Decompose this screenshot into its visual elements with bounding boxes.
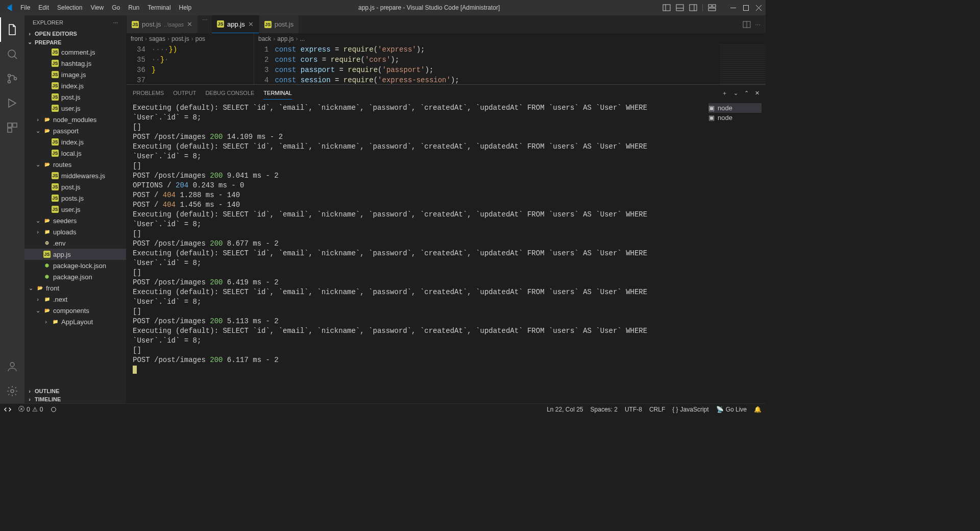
remote-icon[interactable] <box>4 406 11 413</box>
accounts-icon[interactable] <box>0 354 24 379</box>
more-icon[interactable]: ··· <box>113 19 118 26</box>
status-lang[interactable]: { } JavaScript <box>672 406 708 413</box>
extensions-icon[interactable] <box>0 115 24 140</box>
tree-item[interactable]: JShashtag.js <box>24 58 126 69</box>
tab[interactable]: JSpost.js..\sagas✕ <box>127 15 198 33</box>
menu-view[interactable]: View <box>86 2 108 13</box>
layout-panel-icon[interactable] <box>676 4 684 12</box>
menu-run[interactable]: Run <box>124 2 143 13</box>
js-file-icon: JS <box>52 138 59 146</box>
tree-item[interactable]: ⚙.env <box>24 237 126 249</box>
tree-item[interactable]: JSpost.js <box>24 91 126 103</box>
sidebar-header: EXPLORER ··· <box>24 15 126 30</box>
breadcrumb-left[interactable]: front › sagas › post.js › pos <box>127 33 254 44</box>
close-panel-icon[interactable]: ✕ <box>755 90 760 96</box>
tree-item[interactable]: JScomment.js <box>24 46 126 58</box>
tree-item[interactable]: ›📁.next <box>24 294 126 305</box>
breadcrumb-right[interactable]: back › app.js › ... <box>254 33 766 44</box>
search-icon[interactable] <box>0 42 24 66</box>
tree-item-label: post.js <box>61 183 81 191</box>
menu-edit[interactable]: Edit <box>34 2 53 13</box>
more-icon[interactable]: ··· <box>755 20 761 28</box>
minimap[interactable] <box>720 44 766 84</box>
status-ports-icon[interactable] <box>50 406 57 413</box>
status-golive[interactable]: 📡 Go Live <box>716 406 747 413</box>
tree-item[interactable]: ⌄📂seeders <box>24 215 126 226</box>
tab[interactable]: JSapp.js✕ <box>212 15 259 33</box>
close-icon[interactable]: ✕ <box>187 20 192 28</box>
tree-item[interactable]: JSimage.js <box>24 69 126 80</box>
status-spaces[interactable]: Spaces: 2 <box>591 406 618 413</box>
svg-point-21 <box>10 363 14 367</box>
tree-item[interactable]: JSindex.js <box>24 80 126 91</box>
breadcrumb-item[interactable]: app.js <box>277 35 293 42</box>
explorer-icon[interactable] <box>0 17 24 42</box>
status-errors[interactable]: ⓧ 0 ⚠ 0 <box>18 405 43 414</box>
maximize-panel-icon[interactable]: ⌃ <box>744 90 749 96</box>
breadcrumb-item[interactable]: front <box>131 35 143 42</box>
panel-tab-output[interactable]: OUTPUT <box>173 87 196 99</box>
split-editor-icon[interactable] <box>743 20 751 29</box>
tree-item[interactable]: JSindex.js <box>24 136 126 148</box>
js-file-icon: JS <box>264 21 272 28</box>
tree-item[interactable]: JSuser.js <box>24 103 126 114</box>
panel-tab-problems[interactable]: PROBLEMS <box>133 87 164 99</box>
menu-terminal[interactable]: Terminal <box>143 2 175 13</box>
tree-item[interactable]: JSposts.js <box>24 192 126 204</box>
status-bell-icon[interactable]: 🔔 <box>754 406 762 413</box>
breadcrumb-item[interactable]: post.js <box>172 35 189 42</box>
tree-item[interactable]: ⬢package.json <box>24 271 126 282</box>
tree-item[interactable]: ⬢package-lock.json <box>24 260 126 271</box>
more-icon[interactable]: ··· <box>202 15 208 33</box>
maximize-icon[interactable] <box>743 5 749 11</box>
new-terminal-icon[interactable]: ＋ <box>722 89 727 97</box>
minimize-icon[interactable] <box>730 5 736 11</box>
tree-item-label: local.js <box>61 150 82 157</box>
source-control-icon[interactable] <box>0 66 24 91</box>
tree-item-label: app.js <box>53 251 71 258</box>
settings-gear-icon[interactable] <box>0 379 24 403</box>
tree-item[interactable]: ⌄📂routes <box>24 159 126 170</box>
tree-item[interactable]: ›📁uploads <box>24 226 126 237</box>
section-open-editors[interactable]: ›OPEN EDITORS <box>24 30 126 38</box>
tree-item[interactable]: JSmiddlewares.js <box>24 170 126 181</box>
breadcrumb-item[interactable]: pos <box>195 35 205 42</box>
tree-item[interactable]: ⌄📂components <box>24 305 126 316</box>
menu-selection[interactable]: Selection <box>53 2 86 13</box>
status-eol[interactable]: CRLF <box>649 406 665 413</box>
status-lncol[interactable]: Ln 22, Col 25 <box>547 406 583 413</box>
chevron-down-icon[interactable]: ⌄ <box>733 90 738 96</box>
terminal-process[interactable]: ▣ node <box>708 113 762 123</box>
terminal-process[interactable]: ▣ node <box>708 103 762 113</box>
window-title: app.js - prepare - Visual Studio Code [A… <box>195 4 663 11</box>
menu-help[interactable]: Help <box>175 2 196 13</box>
tab[interactable]: JSpost.js <box>259 15 300 33</box>
breadcrumb-item[interactable]: back <box>258 35 271 42</box>
customize-layout-icon[interactable] <box>708 4 716 12</box>
layout-sidebar-right-icon[interactable] <box>689 4 697 12</box>
run-debug-icon[interactable] <box>0 91 24 115</box>
tree-item[interactable]: ›📁AppLayout <box>24 316 126 327</box>
layout-sidebar-left-icon[interactable] <box>663 4 671 12</box>
close-icon[interactable]: ✕ <box>248 20 254 28</box>
folder-icon: 📂 <box>43 161 51 168</box>
close-icon[interactable] <box>756 5 762 11</box>
tree-item[interactable]: JSpost.js <box>24 181 126 192</box>
tree-item[interactable]: ⌄📂front <box>24 282 126 294</box>
terminal[interactable]: Executing (default): SELECT `id`, `email… <box>127 101 704 403</box>
section-timeline[interactable]: ›TIMELINE <box>24 395 126 403</box>
menu-file[interactable]: File <box>16 2 34 13</box>
panel-tab-debug-console[interactable]: DEBUG CONSOLE <box>205 87 254 99</box>
breadcrumb-item[interactable]: ... <box>300 35 305 42</box>
status-encoding[interactable]: UTF-8 <box>625 406 642 413</box>
tree-item[interactable]: JSapp.js <box>24 249 126 260</box>
tree-item[interactable]: JSuser.js <box>24 204 126 215</box>
tree-item[interactable]: ›📂node_modules <box>24 114 126 125</box>
tree-item[interactable]: JSlocal.js <box>24 148 126 159</box>
menu-go[interactable]: Go <box>108 2 124 13</box>
breadcrumb-item[interactable]: sagas <box>149 35 165 42</box>
tree-item[interactable]: ⌄📂passport <box>24 125 126 136</box>
section-outline[interactable]: ›OUTLINE <box>24 387 126 395</box>
section-workspace[interactable]: ⌄PREPARE <box>24 38 126 46</box>
panel-tab-terminal[interactable]: TERMINAL <box>263 87 292 100</box>
